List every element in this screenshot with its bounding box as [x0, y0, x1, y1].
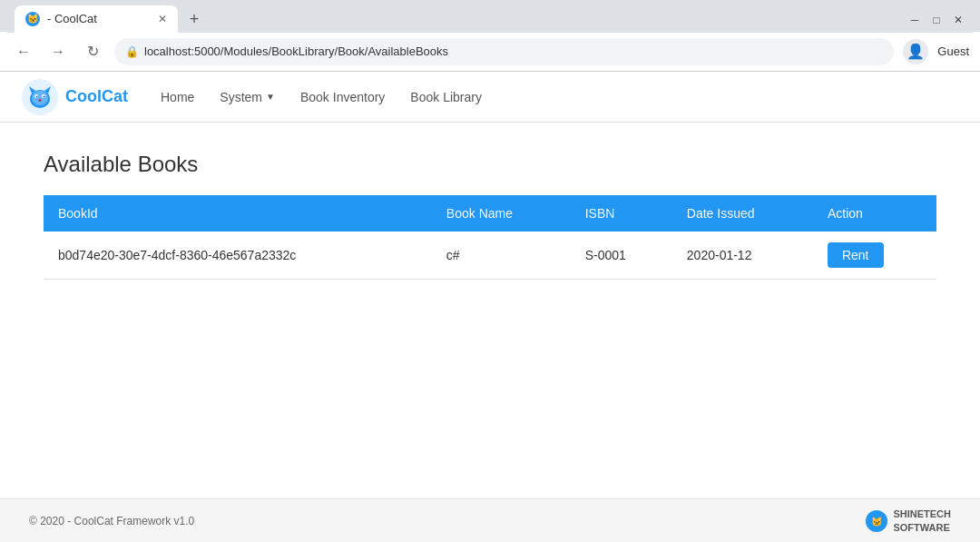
- cell-action: Rent: [813, 232, 936, 280]
- books-table-container: BookId Book Name ISBN Date Issued Action…: [44, 195, 936, 280]
- main-content: Available Books BookId Book Name ISBN Da…: [0, 123, 980, 309]
- nav-system[interactable]: System ▼: [209, 84, 286, 110]
- browser-chrome: 🐱 - CoolCat ✕ + ─ □ ✕ ← → ↻ 🔒 localhost:…: [0, 0, 980, 542]
- back-button[interactable]: ←: [11, 39, 36, 64]
- system-dropdown-icon: ▼: [266, 92, 275, 102]
- brand-logo-icon: [22, 79, 58, 115]
- user-label: Guest: [937, 44, 969, 58]
- title-bar: 🐱 - CoolCat ✕ + ─ □ ✕: [0, 0, 980, 32]
- footer-brand-name: SHINETECH SOFTWARE: [893, 508, 951, 534]
- rent-button[interactable]: Rent: [828, 242, 884, 268]
- svg-text:🐱: 🐱: [871, 516, 883, 527]
- footer-brand: 🐱 SHINETECH SOFTWARE: [866, 508, 951, 534]
- cell-book-name: c#: [432, 232, 571, 280]
- minimize-button[interactable]: ─: [907, 13, 922, 27]
- col-isbn: ISBN: [571, 195, 672, 232]
- col-book-name: Book Name: [432, 195, 571, 232]
- maximize-button[interactable]: □: [929, 13, 944, 27]
- url-text: localhost:5000/Modules/BookLibrary/Book/…: [144, 44, 448, 58]
- new-tab-button[interactable]: +: [181, 7, 207, 33]
- navbar: CoolCat Home System ▼ Book Inventory Boo…: [0, 72, 980, 123]
- address-bar: ← → ↻ 🔒 localhost:5000/Modules/BookLibra…: [0, 32, 980, 72]
- col-book-id: BookId: [44, 195, 432, 232]
- nav-links: Home System ▼ Book Inventory Book Librar…: [150, 84, 493, 110]
- tab-close-button[interactable]: ✕: [158, 13, 167, 25]
- books-table: BookId Book Name ISBN Date Issued Action…: [44, 195, 936, 280]
- cell-date-issued: 2020-01-12: [672, 232, 813, 280]
- browser-tab[interactable]: 🐱 - CoolCat ✕: [15, 5, 178, 33]
- nav-home[interactable]: Home: [150, 84, 205, 110]
- lock-icon: 🔒: [125, 45, 139, 58]
- refresh-button[interactable]: ↻: [80, 39, 105, 64]
- forward-button[interactable]: →: [45, 39, 71, 64]
- table-body: b0d74e20-30e7-4dcf-8360-46e567a2332c c# …: [44, 232, 936, 280]
- tab-favicon: 🐱: [25, 12, 40, 26]
- user-avatar-button[interactable]: 👤: [903, 39, 928, 64]
- cell-isbn: S-0001: [571, 232, 672, 280]
- table-row: b0d74e20-30e7-4dcf-8360-46e567a2332c c# …: [44, 232, 936, 280]
- nav-book-inventory[interactable]: Book Inventory: [289, 84, 396, 110]
- svg-point-2: [32, 91, 48, 105]
- footer-text: © 2020 - CoolCat Framework v1.0: [29, 515, 194, 527]
- url-bar[interactable]: 🔒 localhost:5000/Modules/BookLibrary/Boo…: [114, 38, 894, 65]
- app-content: CoolCat Home System ▼ Book Inventory Boo…: [0, 72, 980, 542]
- footer-logo-icon: 🐱: [866, 510, 887, 532]
- brand-name: CoolCat: [65, 87, 128, 106]
- col-date-issued: Date Issued: [672, 195, 813, 232]
- table-header: BookId Book Name ISBN Date Issued Action: [44, 195, 936, 232]
- svg-point-8: [44, 95, 45, 97]
- page-title: Available Books: [44, 152, 936, 177]
- svg-point-7: [36, 95, 38, 97]
- navbar-brand[interactable]: CoolCat: [22, 79, 128, 115]
- footer: © 2020 - CoolCat Framework v1.0 🐱 SHINET…: [0, 498, 980, 542]
- cell-book-id: b0d74e20-30e7-4dcf-8360-46e567a2332c: [44, 232, 432, 280]
- col-action: Action: [813, 195, 936, 232]
- nav-book-library[interactable]: Book Library: [399, 84, 493, 110]
- tab-title: - CoolCat: [47, 12, 97, 25]
- close-button[interactable]: ✕: [951, 13, 965, 27]
- svg-point-9: [39, 99, 42, 101]
